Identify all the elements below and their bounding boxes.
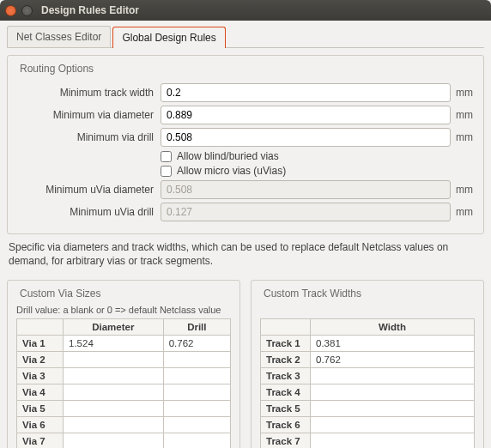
via-drill-cell[interactable]: 0.762 — [163, 336, 230, 352]
custom-track-table[interactable]: Width Track 10.381Track 20.762Track 3Tra… — [260, 318, 475, 448]
track-width-cell[interactable] — [311, 417, 475, 433]
via-drill-cell[interactable] — [163, 352, 230, 368]
track-row-label: Track 6 — [261, 417, 311, 433]
via-diameter-cell[interactable] — [64, 384, 164, 401]
track-row-label: Track 5 — [261, 401, 311, 417]
minimize-icon[interactable] — [21, 5, 33, 16]
via-row-label: Via 1 — [17, 336, 64, 352]
custom-track-widths: Custom Track Widths Width Track 10.381Tr… — [251, 280, 484, 448]
via-diameter-cell[interactable] — [64, 433, 164, 448]
close-icon[interactable] — [5, 5, 16, 16]
table-row[interactable]: Track 3 — [261, 368, 475, 384]
allow-micro-vias-label: Allow micro vias (uVias) — [177, 165, 286, 177]
via-drill-cell[interactable] — [163, 401, 230, 417]
unit-mm: mm — [451, 184, 475, 196]
track-width-cell[interactable]: 0.762 — [311, 352, 475, 368]
tab-net-classes[interactable]: Net Classes Editor — [7, 26, 111, 47]
min-uvia-drill-input — [161, 203, 451, 221]
tabs: Net Classes Editor Global Design Rules — [7, 26, 484, 48]
via-row-label: Via 6 — [17, 417, 64, 433]
allow-blind-buried-checkbox[interactable] — [161, 151, 172, 162]
via-row-label: Via 3 — [17, 368, 64, 384]
custom-via-table[interactable]: Diameter Drill Via 11.5240.762Via 2Via 3… — [16, 318, 231, 448]
table-row[interactable]: Via 7 — [17, 433, 231, 448]
min-via-drill-input[interactable] — [161, 128, 451, 147]
via-diameter-cell[interactable]: 1.524 — [64, 336, 164, 352]
table-row[interactable]: Track 6 — [261, 417, 475, 433]
table-row[interactable]: Via 2 — [17, 352, 231, 368]
unit-mm: mm — [451, 131, 475, 143]
drill-hint: Drill value: a blank or 0 => default Net… — [16, 305, 231, 315]
via-diameter-cell[interactable] — [64, 368, 164, 384]
table-row[interactable]: Track 5 — [261, 401, 475, 417]
table-row[interactable]: Track 10.381 — [261, 336, 475, 352]
titlebar: Design Rules Editor — [0, 0, 491, 21]
table-row[interactable]: Track 7 — [261, 433, 475, 448]
unit-mm: mm — [451, 206, 475, 218]
min-track-width-label: Minimum track width — [16, 87, 161, 99]
track-row-label: Track 7 — [261, 433, 311, 448]
track-width-cell[interactable]: 0.381 — [311, 336, 475, 352]
custom-via-title: Custom Via Sizes — [16, 288, 104, 300]
min-uvia-diameter-input — [161, 180, 451, 199]
custom-via-sizes: Custom Via Sizes Drill value: a blank or… — [7, 280, 240, 448]
min-via-diameter-input[interactable] — [161, 106, 451, 124]
table-row[interactable]: Track 4 — [261, 384, 475, 401]
table-row[interactable]: Via 11.5240.762 — [17, 336, 231, 352]
min-via-diameter-label: Minimum via diameter — [16, 109, 161, 121]
tab-global-rules[interactable]: Global Design Rules — [112, 27, 225, 48]
via-drill-cell[interactable] — [163, 384, 230, 401]
table-row[interactable]: Via 6 — [17, 417, 231, 433]
min-via-drill-label: Minimum via drill — [16, 131, 161, 143]
via-diameter-cell[interactable] — [64, 401, 164, 417]
min-track-width-input[interactable] — [161, 83, 451, 102]
via-header-diameter: Diameter — [64, 319, 164, 336]
via-header-drill: Drill — [163, 319, 230, 336]
min-uvia-drill-label: Minimum uVia drill — [16, 206, 161, 218]
via-diameter-cell[interactable] — [64, 417, 164, 433]
track-width-cell[interactable] — [311, 401, 475, 417]
custom-track-title: Custom Track Widths — [260, 288, 365, 300]
track-row-label: Track 3 — [261, 368, 311, 384]
allow-micro-vias-checkbox[interactable] — [161, 166, 172, 177]
via-diameter-cell[interactable] — [64, 352, 164, 368]
track-header-width: Width — [311, 319, 475, 336]
via-row-label: Via 5 — [17, 401, 64, 417]
track-row-label: Track 1 — [261, 336, 311, 352]
via-row-label: Via 4 — [17, 384, 64, 401]
allow-blind-buried-label: Allow blind/buried vias — [177, 150, 279, 162]
min-uvia-diameter-label: Minimum uVia diameter — [16, 184, 161, 196]
via-drill-cell[interactable] — [163, 417, 230, 433]
unit-mm: mm — [451, 87, 475, 99]
track-row-label: Track 4 — [261, 384, 311, 401]
via-drill-cell[interactable] — [163, 368, 230, 384]
table-row[interactable]: Via 4 — [17, 384, 231, 401]
table-row[interactable]: Via 5 — [17, 401, 231, 417]
routing-options-title: Routing Options — [16, 63, 97, 75]
table-row[interactable]: Track 20.762 — [261, 352, 475, 368]
via-row-label: Via 7 — [17, 433, 64, 448]
specific-hint: Specific via diameters and track widths,… — [9, 241, 482, 268]
track-width-cell[interactable] — [311, 433, 475, 448]
track-row-label: Track 2 — [261, 352, 311, 368]
table-row[interactable]: Via 3 — [17, 368, 231, 384]
window-title: Design Rules Editor — [41, 4, 139, 16]
via-row-label: Via 2 — [17, 352, 64, 368]
routing-options: Routing Options Minimum track width mm M… — [7, 55, 484, 234]
track-width-cell[interactable] — [311, 384, 475, 401]
via-drill-cell[interactable] — [163, 433, 230, 448]
track-width-cell[interactable] — [311, 368, 475, 384]
unit-mm: mm — [451, 109, 475, 121]
